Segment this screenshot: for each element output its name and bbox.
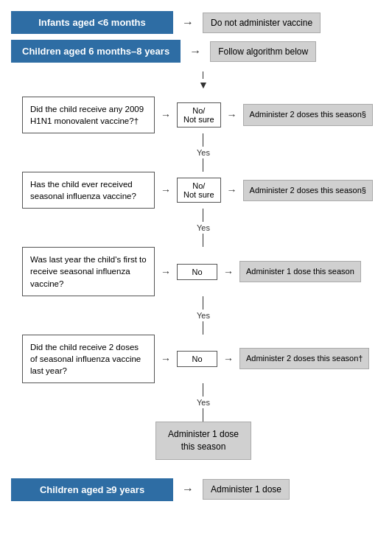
q4-result: Administer 2 doses this season† <box>239 348 369 369</box>
q1-no-arrow: → <box>155 109 177 121</box>
infants-row: Infants aged <6 months → Do not administ… <box>11 11 381 34</box>
final-result-box: Administer 1 dose this season <box>155 422 251 460</box>
q3-result: Administer 1 dose this season <box>239 261 361 282</box>
children9-header: Children aged ≥9 years <box>11 478 173 501</box>
q1-row: Did the child receive any 2009 H1N1 mono… <box>22 97 385 133</box>
q4-box: Did the child receive 2 doses of seasona… <box>22 335 155 383</box>
children68-arrow: → <box>181 45 210 58</box>
q4-yes-label: Yes <box>197 398 210 407</box>
q2-row: Has the child ever received seasonal inf… <box>22 172 385 209</box>
q4-no-label: No <box>177 351 217 367</box>
children9-arrow: → <box>173 483 203 496</box>
children68-result: Follow algorithm below <box>210 41 316 62</box>
q3-row: Was last year the child's first to recei… <box>22 247 385 296</box>
q4-yes-connector: Yes <box>197 383 210 422</box>
q1-result: Administer 2 doses this season§ <box>243 104 373 125</box>
q2-box: Has the child ever received seasonal inf… <box>22 172 155 209</box>
q2-yes-label: Yes <box>197 223 210 232</box>
q2-result-arrow: → <box>221 184 243 196</box>
children9-row: Children aged ≥9 years → Administer 1 do… <box>11 478 381 501</box>
infants-arrow: → <box>173 16 203 29</box>
q3-yes-connector: Yes <box>197 296 210 335</box>
q3-box: Was last year the child's first to recei… <box>22 247 155 296</box>
q1-box: Did the child receive any 2009 H1N1 mono… <box>22 97 155 133</box>
q2-no-label: No/ Not sure <box>177 178 221 203</box>
q3-no-label: No <box>177 264 217 280</box>
q2-yes-connector: Yes <box>197 209 210 247</box>
q3-result-arrow: → <box>217 266 239 278</box>
main-flow: Did the child receive any 2009 H1N1 mono… <box>11 97 381 460</box>
q1-yes-label: Yes <box>197 148 210 157</box>
q1-no-label: No/ Not sure <box>177 102 221 127</box>
children68-row: Children aged 6 months–8 years → Follow … <box>11 40 381 63</box>
q4-no-arrow: → <box>155 353 177 365</box>
q2-result: Administer 2 doses this season§ <box>243 180 373 201</box>
q1-result-arrow: → <box>221 109 243 121</box>
q1-yes-connector: Yes <box>197 133 210 172</box>
q3-no-arrow: → <box>155 266 177 278</box>
bottom-section: Children aged ≥9 years → Administer 1 do… <box>11 471 381 507</box>
children68-header: Children aged 6 months–8 years <box>11 40 181 63</box>
infants-result: Do not administer vaccine <box>203 13 321 33</box>
q2-no-arrow: → <box>155 184 177 196</box>
q4-row: Did the child receive 2 doses of seasona… <box>22 335 385 383</box>
q3-yes-label: Yes <box>197 311 210 320</box>
q4-result-arrow: → <box>217 353 239 365</box>
children9-result: Administer 1 dose <box>203 479 290 500</box>
infants-header: Infants aged <6 months <box>11 11 173 34</box>
flowchart: Infants aged <6 months → Do not administ… <box>11 11 381 507</box>
